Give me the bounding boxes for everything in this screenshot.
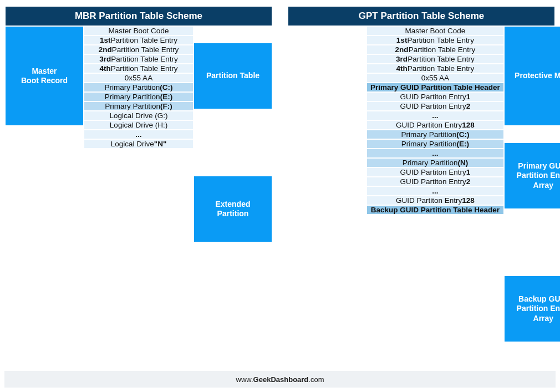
gpt-row-18: GUID Partiton Entry 128 — [367, 196, 503, 205]
mbr-left-label: MasterBoot Record — [6, 27, 83, 125]
mbr-row-2: 2nd Partition Table Entry — [84, 45, 193, 54]
mbr-title: MBR Partition Table Scheme — [6, 7, 272, 26]
footer-post: .com — [308, 375, 324, 384]
gpt-row-0: Master Boot Code — [367, 27, 503, 35]
gpt-title: GPT Partition Table Scheme — [288, 7, 554, 26]
footer-pre: www. — [236, 375, 253, 384]
gpt-row-11: Primary Partition (C:) — [367, 130, 503, 139]
mbr-rows: MasterBoot RecordMaster Boot Code1st Par… — [6, 27, 272, 242]
gpt-row-1: 1st Partition Table Entry — [367, 36, 503, 44]
mbr-row-1: 1st Partition Table Entry — [84, 36, 193, 44]
mbr-scheme: MBR Partition Table Scheme MasterBoot Re… — [6, 7, 272, 358]
mbr-row-12: Logical Drive "N" — [84, 140, 193, 148]
mbr-row-4: 4th Partition Table Entry — [84, 64, 193, 73]
mbr-row-5: 0x55 AA — [84, 74, 193, 82]
gpt-row-16: GUID Partiton Entry 2 — [367, 177, 503, 186]
gpt-row-6: Primary GUID Partition Table Header — [367, 83, 503, 91]
gpt-row-14: Primary Partition (N) — [367, 159, 503, 167]
mbr-right-partition-table: Partition Table — [194, 43, 272, 109]
gpt-right-primary-array: Primary GUIDPartition Entry Array — [505, 143, 560, 208]
gpt-row-9: ... — [367, 111, 503, 120]
gpt-row-5: 0x55 AA — [367, 74, 503, 82]
gpt-row-3: 3rd Partition Table Entry — [367, 55, 503, 63]
gpt-scheme: GPT Partition Table Scheme Master Boot C… — [288, 7, 554, 358]
gpt-row-13: ... — [367, 149, 503, 157]
mbr-row-9: Logical Drive (G:) — [84, 111, 193, 120]
mbr-row-10: Logical Drive (H:) — [84, 121, 193, 129]
gpt-rows: Master Boot Code1st Partition Table Entr… — [288, 27, 554, 358]
gpt-row-4: 4th Partition Table Entry — [367, 64, 503, 73]
gpt-row-7: GUID Partiton Entry 1 — [367, 93, 503, 101]
mbr-row-0: Master Boot Code — [84, 27, 193, 35]
gpt-row-17: ... — [367, 187, 503, 195]
gpt-right-protective-mbr: Protective MBR — [505, 27, 560, 125]
gpt-right-backup-array: Backup GUIDPartition Entry Array — [505, 276, 560, 342]
footer: www. GeekDashboard .com — [4, 371, 556, 388]
mbr-right-extended: ExtendedPartition — [194, 176, 272, 242]
mbr-row-8: Primary Partition (F:) — [84, 102, 193, 110]
gpt-row-10: GUID Partiton Entry 128 — [367, 121, 503, 129]
footer-bold: GeekDashboard — [253, 375, 309, 384]
gpt-row-19: Backup GUID Partition Table Header — [367, 206, 503, 214]
mbr-row-7: Primary Partition (E:) — [84, 93, 193, 101]
gpt-row-12: Primary Partition (E:) — [367, 140, 503, 148]
mbr-row-3: 3rd Partition Table Entry — [84, 55, 193, 63]
gpt-row-15: GUID Partiton Entry 1 — [367, 168, 503, 176]
gpt-row-2: 2nd Partition Table Entry — [367, 45, 503, 54]
mbr-row-11: ... — [84, 130, 193, 139]
gpt-row-8: GUID Partiton Entry 2 — [367, 102, 503, 110]
mbr-row-6: Primary Partition (C:) — [84, 83, 193, 91]
